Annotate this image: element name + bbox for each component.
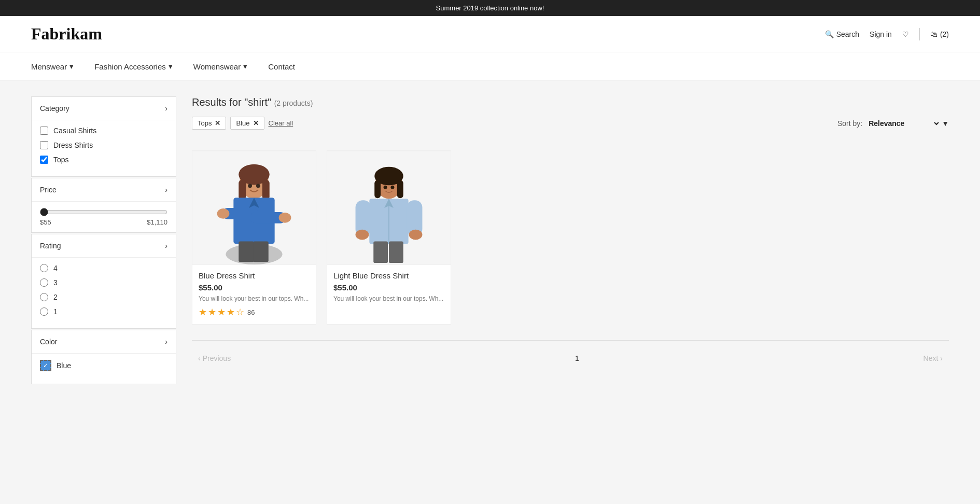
nav-item-fashion-accessories[interactable]: Fashion Accessories ▾ (94, 52, 173, 80)
product-info-light-blue-dress-shirt: Light Blue Dress Shirt $55.00 You will l… (327, 265, 451, 313)
svg-rect-4 (239, 179, 246, 200)
header-divider (919, 28, 920, 40)
rating-4-label: 4 (53, 264, 58, 272)
svg-point-27 (409, 230, 423, 240)
nav-item-menswear[interactable]: Menswear ▾ (31, 52, 74, 80)
filters-sort-row: Tops ✕ Blue ✕ Clear all Sort by: Relevan… (192, 117, 949, 140)
review-count-1: 86 (247, 309, 255, 316)
filter-blue[interactable]: ✓ Blue (40, 360, 167, 371)
main-nav: Menswear ▾ Fashion Accessories ▾ Womensw… (0, 52, 980, 81)
casual-shirts-label: Casual Shirts (53, 127, 96, 135)
product-price-2: $55.00 (333, 283, 444, 292)
rating-4-radio[interactable] (40, 264, 48, 272)
rating-header[interactable]: Rating › (32, 234, 176, 258)
svg-rect-20 (397, 180, 403, 198)
next-button[interactable]: Next › (917, 351, 949, 366)
svg-point-15 (256, 184, 260, 188)
remove-tops-icon[interactable]: ✕ (215, 119, 220, 127)
product-figure-blue (192, 151, 316, 265)
price-label: Price (40, 186, 57, 194)
rating-3-label: 3 (53, 278, 58, 287)
pagination: ‹ Previous 1 Next › (192, 340, 949, 376)
product-grid: Blue Dress Shirt $55.00 You will look yo… (192, 150, 949, 325)
wishlist-action[interactable]: ♡ (902, 30, 909, 38)
rating-2-item[interactable]: 2 (40, 293, 167, 301)
color-content: ✓ Blue (32, 354, 176, 384)
filter-tops[interactable]: Tops (40, 156, 167, 164)
sort-label: Sort by: (837, 119, 862, 128)
products-area: Results for "shirt" (2 products) Tops ✕ … (192, 96, 949, 486)
product-desc-1: You will look your best in our tops. Wh.… (199, 295, 310, 302)
results-header: Results for "shirt" (2 products) (192, 96, 949, 108)
product-image-blue-dress-shirt (192, 151, 316, 265)
price-max: $1,110 (147, 218, 167, 226)
filter-tag-tops-label: Tops (198, 119, 212, 127)
price-range-slider[interactable] (40, 208, 167, 216)
price-content: $55 $1,110 (32, 202, 176, 232)
svg-point-30 (384, 186, 387, 189)
previous-label: Previous (203, 354, 231, 362)
previous-button[interactable]: ‹ Previous (192, 351, 237, 366)
cart-action[interactable]: 🛍 (2) (930, 30, 949, 38)
svg-rect-5 (262, 179, 270, 200)
svg-rect-29 (389, 241, 403, 263)
chevron-down-icon: ▾ (69, 62, 74, 71)
results-query: "shirt" (244, 96, 274, 108)
main-container: Category › Casual Shirts Dress Shirts To… (0, 81, 980, 502)
product-desc-2: You will look your best in our tops. Wh.… (333, 295, 444, 302)
logo[interactable]: Fabrikam (31, 24, 102, 44)
nav-label-fashion-accessories: Fashion Accessories (94, 62, 166, 71)
category-expand-icon: › (165, 104, 167, 113)
rating-3-radio[interactable] (40, 278, 48, 287)
rating-1-label: 1 (53, 307, 58, 316)
rating-4-item[interactable]: 4 (40, 264, 167, 272)
casual-shirts-checkbox[interactable] (40, 127, 48, 135)
rating-label: Rating (40, 242, 61, 250)
category-header[interactable]: Category › (32, 97, 176, 120)
price-labels: $55 $1,110 (40, 218, 167, 226)
sort-dropdown-icon: ▼ (942, 119, 949, 128)
search-action[interactable]: 🔍 Search (825, 30, 859, 38)
header-actions: 🔍 Search Sign in ♡ 🛍 (2) (825, 28, 949, 40)
filter-tag-blue[interactable]: Blue ✕ (230, 117, 264, 130)
clear-all-button[interactable]: Clear all (269, 119, 293, 127)
product-figure-lightblue (327, 151, 451, 265)
nav-item-womenswear[interactable]: Womenswear ▾ (193, 52, 247, 80)
price-header[interactable]: Price › (32, 178, 176, 202)
sidebar: Category › Casual Shirts Dress Shirts To… (31, 96, 176, 486)
rating-content: 4 3 2 1 (32, 258, 176, 328)
rating-1-item[interactable]: 1 (40, 307, 167, 316)
chevron-right-icon: › (940, 354, 943, 362)
sort-bar: Sort by: Relevance Price: Low to High Pr… (837, 119, 949, 128)
product-info-blue-dress-shirt: Blue Dress Shirt $55.00 You will look yo… (192, 265, 316, 324)
color-label: Color (40, 338, 57, 346)
price-expand-icon: › (165, 186, 167, 194)
remove-blue-icon[interactable]: ✕ (253, 119, 259, 127)
product-image-light-blue-dress-shirt (327, 151, 451, 265)
product-card-blue-dress-shirt[interactable]: Blue Dress Shirt $55.00 You will look yo… (192, 150, 316, 325)
tops-checkbox[interactable] (40, 156, 48, 164)
rating-expand-icon: › (165, 242, 167, 250)
rating-2-radio[interactable] (40, 293, 48, 301)
filter-tag-tops[interactable]: Tops ✕ (192, 117, 226, 130)
nav-label-womenswear: Womenswear (193, 62, 241, 71)
svg-rect-12 (239, 241, 254, 262)
nav-label-menswear: Menswear (31, 62, 67, 71)
signin-action[interactable]: Sign in (870, 30, 892, 38)
next-label: Next (923, 354, 939, 362)
sort-select[interactable]: Relevance Price: Low to High Price: High… (866, 119, 941, 128)
product-card-light-blue-dress-shirt[interactable]: Light Blue Dress Shirt $55.00 You will l… (327, 150, 451, 325)
rating-2-label: 2 (53, 293, 58, 301)
rating-1-radio[interactable] (40, 307, 48, 316)
color-header[interactable]: Color › (32, 330, 176, 354)
filter-casual-shirts[interactable]: Casual Shirts (40, 127, 167, 135)
product-price-1: $55.00 (199, 283, 310, 292)
filter-dress-shirts[interactable]: Dress Shirts (40, 141, 167, 149)
star-3: ★ (217, 306, 226, 318)
nav-item-contact[interactable]: Contact (268, 53, 295, 80)
header: Fabrikam 🔍 Search Sign in ♡ 🛍 (2) (0, 16, 980, 52)
chevron-left-icon: ‹ (198, 354, 201, 362)
rating-3-item[interactable]: 3 (40, 278, 167, 287)
dress-shirts-checkbox[interactable] (40, 141, 48, 149)
tops-label: Tops (53, 156, 69, 164)
